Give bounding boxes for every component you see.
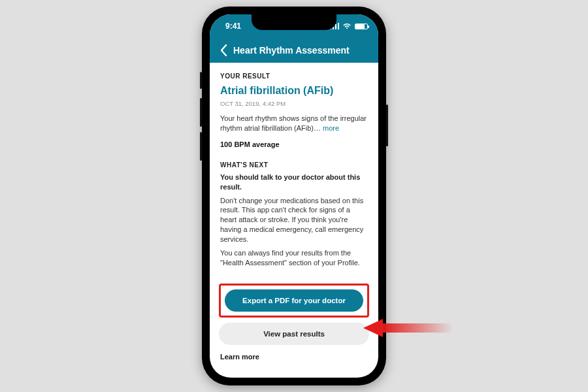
nav-title: Heart Rhythm Assessment <box>233 45 350 56</box>
button-area: Export a PDF for your doctor View past r… <box>210 277 378 349</box>
nav-bar: Heart Rhythm Assessment <box>210 38 378 63</box>
phone-frame: 9:41 Heart Rhythm Assessment YOUR RESULT… <box>202 7 386 385</box>
battery-icon <box>355 24 368 29</box>
bpm-average: 100 BPM average <box>220 140 368 150</box>
content-area: YOUR RESULT Atrial fibrillation (AFib) O… <box>210 63 378 277</box>
whats-next-label: WHAT'S NEXT <box>220 161 368 170</box>
more-link[interactable]: more <box>323 124 339 132</box>
volume-up-button <box>200 98 202 127</box>
svg-rect-1 <box>382 323 453 333</box>
status-time: 9:41 <box>225 22 241 31</box>
whats-next-para2: You can always find your results from th… <box>220 248 368 268</box>
power-button <box>386 105 388 146</box>
wifi-icon <box>342 23 351 29</box>
result-summary: Your heart rhythm shows signs of the irr… <box>220 114 367 132</box>
learn-more-link[interactable]: Learn more <box>210 349 378 361</box>
screen: 9:41 Heart Rhythm Assessment YOUR RESULT… <box>210 14 378 378</box>
result-title: Atrial fibrillation (AFib) <box>220 84 368 98</box>
your-result-label: YOUR RESULT <box>220 72 368 81</box>
export-pdf-button[interactable]: Export a PDF for your doctor <box>225 289 363 312</box>
notch <box>252 14 336 30</box>
result-timestamp: OCT 31, 2019, 4:42 PM <box>220 100 368 108</box>
whats-next-headline: You should talk to your doctor about thi… <box>220 172 368 192</box>
back-button[interactable] <box>216 44 231 56</box>
volume-down-button <box>200 132 202 161</box>
highlight-annotation: Export a PDF for your doctor <box>219 284 369 318</box>
whats-next-para1: Don't change your medications based on t… <box>220 196 368 244</box>
side-button <box>200 72 202 89</box>
result-summary-line: Your heart rhythm shows signs of the irr… <box>220 114 368 133</box>
view-past-results-button[interactable]: View past results <box>219 323 369 345</box>
